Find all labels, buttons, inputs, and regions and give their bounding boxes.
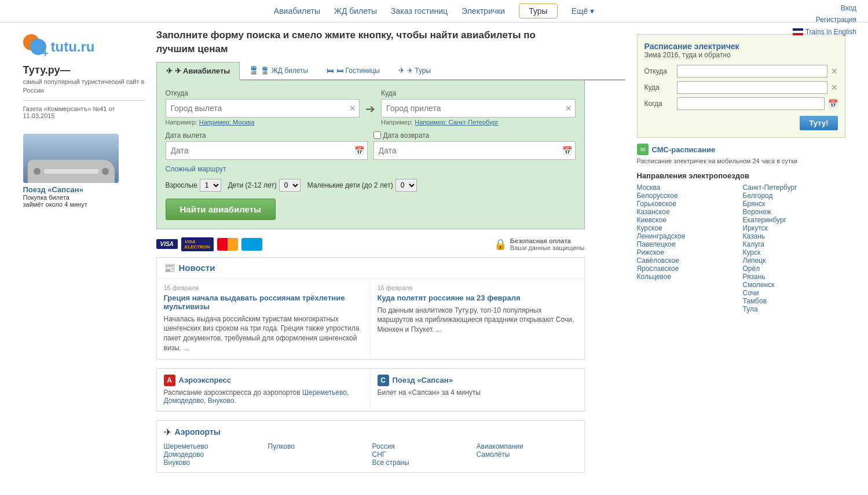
nav-more[interactable]: Ещё ▾	[572, 6, 595, 16]
dir-gorkovskoe[interactable]: Горьковское	[637, 200, 739, 208]
service-sapsan: С Поезд «Сапсан» Билет на «Сапсан» за 4 …	[371, 369, 584, 411]
dir-leningradskoe[interactable]: Ленинградское	[637, 232, 739, 240]
children-select[interactable]: 0123	[279, 179, 301, 192]
to-label: Куда	[381, 89, 576, 97]
dir-kurskoe[interactable]: Курское	[637, 224, 739, 232]
schedule-to-clear[interactable]: ✕	[831, 83, 838, 92]
tab-avia[interactable]: ✈ ✈ Авиабилеты	[156, 62, 240, 80]
train-tab-icon: 🚆	[249, 66, 258, 75]
sms-link[interactable]: СМС-расписание	[652, 145, 716, 154]
service-aeroexpress: А Аэроэкспресс Расписание аэроэкспресса …	[157, 369, 371, 411]
tab-train[interactable]: 🚆 🚆 ЖД билеты	[240, 62, 317, 79]
dir-voronezh[interactable]: Воронеж	[743, 208, 845, 216]
dir-kursk[interactable]: Курск	[743, 248, 845, 256]
register-link[interactable]: Регистрация	[816, 16, 856, 24]
sapsan-link[interactable]: Поезд «Сапсан»	[393, 376, 453, 384]
dir-spb[interactable]: Санкт-Петербург	[743, 184, 845, 192]
schedule-from-input[interactable]	[677, 65, 827, 78]
calendar-icon[interactable]: 📅	[828, 99, 838, 108]
complex-route-link[interactable]: Сложный маршрут	[166, 165, 226, 173]
schedule-to-input[interactable]	[677, 81, 827, 94]
tab-tours[interactable]: ✈ ✈ Туры	[389, 62, 440, 79]
dir-sochi[interactable]: Сочи	[743, 289, 845, 297]
dir-irkutsk[interactable]: Иркутск	[743, 224, 845, 232]
trains-en-link[interactable]: Trains in English	[805, 26, 856, 38]
return-checkbox[interactable]	[373, 131, 381, 139]
schedule-from-clear[interactable]: ✕	[831, 67, 838, 76]
airport-pulkovo[interactable]: Пулково	[268, 442, 369, 450]
dir-kazanskoe[interactable]: Казанское	[637, 208, 739, 216]
dir-tula[interactable]: Тула	[743, 305, 845, 313]
infants-select[interactable]: 012	[395, 179, 417, 192]
airports-title[interactable]: Аэропорты	[175, 427, 221, 437]
to-clear-icon[interactable]: ✕	[565, 104, 572, 113]
schedule-from-label: Откуда	[644, 67, 673, 75]
dir-tambov[interactable]: Тамбов	[743, 297, 845, 305]
tab-hotels[interactable]: 🛏 🛏 Гостиницы	[317, 62, 389, 79]
visa-electron-icon: VISAELECTRON	[181, 237, 214, 251]
return-input[interactable]	[373, 141, 576, 160]
country-all[interactable]: Все страны	[372, 459, 473, 467]
train-link[interactable]: Поезд «Сапсан»	[23, 185, 145, 194]
dir-kazan[interactable]: Казань	[743, 232, 845, 240]
to-input[interactable]	[381, 99, 576, 118]
airport-domodedovo[interactable]: Домодедово	[164, 450, 265, 459]
nav-tours-btn[interactable]: Туры	[519, 3, 557, 19]
site-desc: самый популярный туристический сайт в Ро…	[23, 78, 145, 96]
swap-arrow-icon[interactable]: ➔	[365, 102, 375, 115]
from-label: Откуда	[166, 89, 360, 97]
airlines-link[interactable]: Авиакомпании	[477, 442, 577, 450]
planes-link[interactable]: Самолёты	[477, 450, 577, 459]
airport-sheremetyevo[interactable]: Шереметьево	[164, 442, 265, 450]
from-input[interactable]	[166, 99, 360, 118]
dir-paveletskoe[interactable]: Павелецкое	[637, 240, 739, 248]
schedule-when-input[interactable]	[677, 97, 825, 110]
adults-label: Взрослые	[166, 181, 197, 189]
depart-input[interactable]	[166, 141, 368, 160]
from-clear-icon[interactable]: ✕	[349, 104, 356, 113]
dir-belgorod[interactable]: Белгород	[743, 192, 845, 200]
dir-bryansk[interactable]: Брянск	[743, 200, 845, 208]
nav-avia[interactable]: Авиабилеты	[274, 6, 320, 16]
adults-select[interactable]: 12345	[200, 179, 221, 192]
dir-ryazan[interactable]: Рязань	[743, 273, 845, 281]
schedule-search-btn[interactable]: Туту!	[800, 116, 837, 130]
dir-lipetsk[interactable]: Липецк	[743, 256, 845, 265]
dir-yaroslavskoe[interactable]: Ярославское	[637, 265, 739, 273]
dir-smolensk[interactable]: Смоленск	[743, 281, 845, 289]
train-sub1: Покупка билета	[23, 194, 145, 201]
tours-tab-icon: ✈	[398, 66, 405, 75]
dir-moskva[interactable]: Москва	[637, 184, 739, 192]
login-link[interactable]: Вход	[841, 4, 856, 12]
depart-cal-icon[interactable]: 📅	[354, 146, 364, 155]
news-headline-0[interactable]: Греция начала выдавать россиянам трёхлет…	[164, 294, 363, 311]
news-headline-1[interactable]: Куда полетят россияне на 23 февраля	[378, 294, 577, 302]
news-title[interactable]: Новости	[179, 263, 215, 273]
aeroexpress-link[interactable]: Аэроэкспресс	[179, 376, 232, 384]
dir-orel[interactable]: Орёл	[743, 265, 845, 273]
dir-kievskoe[interactable]: Киевское	[637, 216, 739, 224]
schedule-subtitle: Зима 2016, туда и обратно	[644, 51, 838, 59]
nav-train[interactable]: ЖД билеты	[334, 6, 377, 16]
dir-koltsevoe[interactable]: Кольцевое	[637, 273, 739, 281]
airport-vnukovo[interactable]: Внуково	[164, 459, 265, 467]
from-example: Например: Например: Москва	[166, 119, 360, 126]
dir-kaluga[interactable]: Калуга	[743, 240, 845, 248]
search-button[interactable]: Найти авиабилеты	[166, 199, 276, 220]
dir-ekaterinburg[interactable]: Екатеринбург	[743, 216, 845, 224]
sheremetyevo-link[interactable]: Шереметьево	[302, 388, 347, 397]
news-date-0: 16 февраля	[164, 284, 363, 291]
country-russia[interactable]: Россия	[372, 442, 473, 450]
country-cis[interactable]: СНГ	[372, 450, 473, 459]
nav-suburban[interactable]: Электрички	[462, 6, 505, 16]
return-cal-icon[interactable]: 📅	[562, 146, 572, 155]
dir-rizhskoe[interactable]: Рижское	[637, 248, 739, 256]
mastercard-icon	[217, 238, 238, 251]
aeroexpress-text: Расписание аэроэкспресса до аэропортов Ш…	[164, 388, 363, 405]
dir-belorusskoe[interactable]: Белорусское	[637, 192, 739, 200]
schedule-title[interactable]: Расписание электричек	[644, 42, 838, 51]
vnukovo-link[interactable]: Внуково	[208, 397, 235, 405]
dir-savelovskoe[interactable]: Савёловское	[637, 256, 739, 265]
nav-hotels[interactable]: Заказ гостиниц	[391, 6, 448, 16]
domodedovo-link[interactable]: Домодедово	[164, 397, 204, 405]
